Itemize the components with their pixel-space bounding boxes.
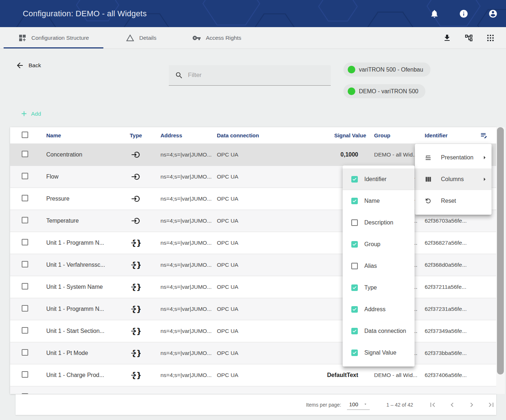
checkbox-unchecked-icon[interactable] — [351, 219, 358, 226]
filter-input[interactable] — [188, 72, 327, 79]
column-toggle-type[interactable]: Type — [343, 277, 415, 299]
next-page-icon[interactable] — [467, 400, 476, 409]
column-toggle-address[interactable]: Address — [343, 299, 415, 320]
cell-identifier: 62f36827a56fe... — [425, 240, 475, 246]
table-row[interactable]: Unit 1 - Verfahrenssc...{}ns=4;s=|var|JU… — [10, 254, 496, 276]
items-per-page-select[interactable]: 100 — [347, 400, 370, 410]
table-row[interactable]: {} — [10, 386, 496, 394]
text-input-icon: {} — [131, 260, 141, 270]
column-toggle-name[interactable]: Name — [343, 190, 415, 212]
columns-icon — [424, 175, 432, 183]
columns-visibility-menu: IdentifierNameDescriptionGroupAliasTypeA… — [343, 166, 415, 367]
cell-address: ns=4;s=|var|JUMO... — [160, 306, 217, 312]
status-chip[interactable]: variTRON 500 - Ofenbau — [343, 63, 430, 77]
table-row[interactable]: Unit 1 - Pt Mode{}ns=4;s=|var|JUMO...OPC… — [10, 342, 496, 364]
column-header-type: Type — [124, 132, 147, 138]
playlist-edit-icon[interactable] — [480, 132, 488, 140]
cell-name: Unit 1 - Verfahrenssc... — [46, 262, 124, 268]
table-row[interactable]: Unit 1 - Charge Prod...{}ns=4;s=|var|JUM… — [10, 364, 496, 386]
menu-item-columns[interactable]: Columns — [415, 168, 492, 190]
cell-type — [124, 216, 147, 226]
download-icon[interactable] — [443, 34, 451, 42]
column-toggle-identifier[interactable]: Identifier — [343, 168, 415, 190]
account-icon[interactable] — [488, 9, 498, 18]
table-row[interactable]: Unit 1 - System Name{}ns=4;s=|var|JUMO..… — [10, 276, 496, 298]
row-checkbox[interactable] — [22, 305, 28, 312]
column-toggle-alias[interactable]: Alias — [343, 255, 415, 277]
status-chip[interactable]: DEMO - variTRON 500 — [343, 84, 425, 98]
svg-text:}: } — [136, 260, 141, 269]
column-toggle-data-connection[interactable]: Data connection — [343, 320, 415, 342]
page-title: Configuration: DEMO - all Widgets — [23, 9, 147, 18]
tab-details[interactable]: Details — [115, 27, 167, 48]
checkbox-checked-icon[interactable] — [351, 284, 358, 291]
column-toggle-group[interactable]: Group — [343, 233, 415, 255]
checkbox-checked-icon[interactable] — [351, 241, 358, 248]
table-options-menu: PresentationColumnsReset — [415, 144, 492, 215]
hex-pattern-shape — [202, 0, 260, 27]
row-checkbox[interactable] — [22, 349, 28, 356]
cell-data-connection: OPC UA — [217, 151, 300, 158]
table-row[interactable]: Unit 1 - Programm N...{}ns=4;s=|var|JUMO… — [10, 298, 496, 320]
apps-grid-icon[interactable] — [486, 34, 495, 42]
row-checkbox[interactable] — [22, 371, 28, 378]
row-checkbox[interactable] — [22, 393, 28, 394]
svg-text:}: } — [136, 282, 141, 291]
add-button[interactable]: Add — [20, 110, 41, 118]
row-checkbox[interactable] — [22, 173, 28, 179]
back-button[interactable]: Back — [16, 61, 41, 70]
last-page-icon[interactable] — [487, 400, 496, 409]
status-dot-icon — [348, 87, 355, 95]
column-toggle-signal-value[interactable]: Signal Value — [343, 342, 415, 364]
menu-item-presentation[interactable]: Presentation — [415, 147, 492, 168]
prev-page-icon[interactable] — [448, 400, 456, 409]
cell-address: ns=4;s=|var|JUMO... — [160, 350, 217, 356]
table-row[interactable]: Unit 1 - Programm N...{}ns=4;s=|var|JUMO… — [10, 232, 496, 254]
add-label: Add — [31, 111, 41, 117]
row-checkbox[interactable] — [22, 217, 28, 223]
tab-bar: Configuration Structure Details Access R… — [0, 27, 506, 49]
menu-item-reset[interactable]: Reset — [415, 190, 492, 212]
cell-address: ns=4;s=|var|JUMO... — [160, 284, 217, 290]
tree-icon[interactable] — [464, 34, 473, 42]
row-checkbox-cell — [10, 371, 46, 379]
row-checkbox[interactable] — [22, 195, 28, 201]
cell-name: Unit 1 - Programm N... — [46, 240, 124, 246]
cell-data-connection: OPC UA — [217, 306, 300, 312]
column-header-group: Group — [374, 132, 425, 138]
info-icon[interactable] — [459, 9, 468, 18]
row-checkbox[interactable] — [22, 327, 28, 334]
row-checkbox[interactable] — [22, 261, 28, 267]
status-chips: variTRON 500 - OfenbauDEMO - variTRON 50… — [343, 63, 430, 98]
checkbox-unchecked-icon[interactable] — [351, 263, 358, 269]
column-toggle-label: Address — [364, 306, 386, 313]
checkbox-checked-icon[interactable] — [351, 350, 358, 356]
row-checkbox-cell — [10, 349, 46, 357]
row-checkbox[interactable] — [22, 151, 28, 157]
svg-text:}: } — [136, 348, 141, 357]
table-row[interactable]: Unit 1 - Start Section...{}ns=4;s=|var|J… — [10, 320, 496, 342]
chevron-right-icon — [481, 154, 489, 162]
notifications-icon[interactable] — [430, 9, 439, 18]
row-checkbox-cell — [10, 195, 46, 203]
checkbox-checked-icon[interactable] — [351, 176, 358, 183]
checkbox-checked-icon[interactable] — [351, 306, 358, 313]
paginator: Items per page: 100 1 – 42 of 42 — [16, 394, 496, 415]
column-toggle-label: Group — [364, 241, 380, 248]
first-page-icon[interactable] — [428, 400, 437, 409]
row-checkbox[interactable] — [22, 283, 28, 290]
checkbox-checked-icon[interactable] — [351, 198, 358, 204]
svg-text:}: } — [136, 304, 141, 313]
column-toggle-description[interactable]: Description — [343, 212, 415, 233]
checkbox-checked-icon[interactable] — [351, 328, 358, 334]
select-all-checkbox[interactable] — [22, 132, 28, 138]
header-edit-cell — [475, 132, 496, 140]
cell-data-connection: OPC UA — [217, 372, 300, 378]
tab-configuration-structure[interactable]: Configuration Structure — [4, 27, 103, 48]
scrollbar-thumb[interactable] — [497, 127, 504, 374]
search-icon — [175, 71, 183, 80]
vertical-scrollbar — [496, 127, 505, 394]
tab-access-rights[interactable]: Access Rights — [179, 27, 255, 48]
column-toggle-label: Type — [364, 284, 377, 291]
row-checkbox[interactable] — [22, 239, 28, 245]
